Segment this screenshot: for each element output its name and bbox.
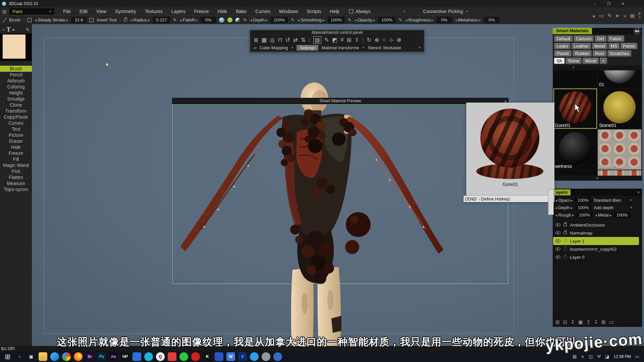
tool-item[interactable]: Airbrush [0, 78, 32, 84]
layer-row[interactable]: Normalmap [553, 229, 642, 237]
tray-icon[interactable]: ◪ [605, 354, 609, 359]
panel-icon[interactable]: ▦ [261, 37, 267, 44]
tray-icon[interactable]: ▤ [573, 354, 577, 359]
roughness-label[interactable]: Roughness [405, 17, 433, 22]
scroll-down-arrow[interactable]: ▼ [553, 176, 642, 181]
layer-row[interactable]: boomerrrrrrrrrr_copy002 [553, 245, 642, 253]
app-toolbar-icon[interactable]: ✎ [607, 13, 612, 19]
menu-item[interactable]: File [59, 9, 75, 14]
chevron-down-icon[interactable]: ▼ [362, 46, 365, 49]
taskbar-app-icon[interactable] [215, 352, 223, 361]
pen-pressure-icon[interactable]: ✎ [291, 17, 294, 22]
panel-icon[interactable]: | [362, 37, 364, 43]
taskbar-app-icon[interactable] [191, 352, 200, 361]
panel-icon[interactable]: ↻ [367, 37, 371, 44]
lock-icon[interactable] [564, 256, 567, 258]
panel-icon[interactable]: ○ [382, 37, 386, 43]
category-tab[interactable]: SK [554, 58, 565, 64]
falloff-value[interactable]: 0% [201, 17, 216, 23]
tool-item[interactable]: Fill [0, 156, 32, 162]
layer-depth-value[interactable]: 100% [575, 205, 592, 210]
lock-icon[interactable] [124, 19, 127, 21]
settings-button[interactable]: Settings [297, 45, 318, 51]
steady-stroke-value[interactable]: 32.6 [71, 17, 87, 23]
material-thumbnail[interactable] [553, 170, 597, 176]
taskbar-app-icon[interactable]: Q [156, 352, 165, 361]
layer-depth-label[interactable]: Depth [555, 205, 573, 210]
tool-item[interactable]: Transform [0, 108, 32, 114]
opacity-label[interactable]: Opacity [355, 17, 375, 22]
menu-item[interactable]: Bake [231, 9, 251, 14]
taskbar-app-icon[interactable]: ⊞ [3, 352, 12, 361]
panel-icon[interactable]: ⊞ [346, 37, 351, 44]
app-toolbar-icon[interactable]: ▭ [599, 13, 604, 19]
panel-icon[interactable]: ↺ [285, 37, 290, 44]
category-tab[interactable]: Metal [592, 43, 607, 49]
minimize-button[interactable]: – [588, 0, 602, 7]
tool-item[interactable]: Brush [0, 66, 32, 72]
taskbar-app-icon[interactable] [273, 352, 282, 361]
smart-materials-tab[interactable]: Smart Materials [553, 28, 592, 34]
radius-value[interactable]: 0.227 [153, 17, 170, 23]
tool-item[interactable]: Picture [0, 132, 32, 138]
taskbar-app-icon[interactable]: ▣ [27, 352, 36, 361]
taskbar-clock[interactable]: 12:38 PM [613, 354, 631, 359]
smoothing-label[interactable]: Smoothing [298, 17, 324, 22]
tool-item[interactable]: Freeze [0, 150, 32, 156]
panel-icon[interactable]: ▨ [313, 36, 321, 44]
material-thumbnail[interactable] [553, 70, 597, 88]
taskbar-app-icon[interactable] [168, 352, 176, 361]
taskbar-app-icon[interactable] [262, 352, 270, 361]
menu-item[interactable]: Curves [251, 9, 274, 14]
layer-tool-icon[interactable]: ⊠ [601, 319, 606, 325]
app-toolbar-icon[interactable]: ➤ [615, 13, 620, 19]
menu-item[interactable]: Freeze [190, 9, 213, 14]
lock-icon[interactable] [564, 240, 567, 242]
layer-row[interactable]: AmbientOcclusion [553, 221, 642, 229]
color-swatch-icon[interactable] [227, 17, 232, 22]
panel-icon[interactable]: | [309, 37, 310, 43]
lock-icon[interactable] [564, 248, 567, 250]
radius-label[interactable]: Radius [130, 17, 150, 22]
brush-tip-icon[interactable] [235, 18, 240, 22]
taskbar-app-icon[interactable]: Ae [109, 352, 118, 361]
layer-tool-icon[interactable]: ▭ [609, 319, 614, 325]
taskbar-app-icon[interactable]: W [226, 352, 235, 361]
tool-item[interactable]: Pick [0, 168, 32, 174]
panel-icon[interactable]: ⇪ [355, 37, 359, 44]
menu-item[interactable]: Layers [167, 9, 190, 14]
layer-tool-icon[interactable]: ⊟ [563, 319, 568, 325]
tool-item[interactable]: Flatten [0, 174, 32, 180]
material-thumbnail[interactable]: Zombie-01 [598, 129, 641, 170]
category-tab[interactable]: Wood [583, 58, 599, 64]
material-thumbnail[interactable]: Stone01 [598, 88, 641, 129]
visibility-eye-icon[interactable] [555, 247, 560, 251]
taskbar-app-icon[interactable] [50, 352, 59, 361]
taskbar-app-icon[interactable] [132, 352, 141, 361]
chevron-down-icon[interactable]: ▼ [291, 46, 294, 49]
visibility-eye-icon[interactable] [555, 231, 560, 235]
pen-pressure-icon[interactable]: ✎ [243, 17, 247, 22]
taskbar-app-icon[interactable]: ○ [15, 352, 24, 361]
taskbar-app-icon[interactable]: V [238, 352, 247, 361]
layer-rough-value[interactable]: 100% [576, 212, 593, 218]
taskbar-app-icon[interactable]: K [203, 352, 212, 361]
p-help-icons[interactable]: P? [638, 12, 641, 19]
taskbar-app-icon[interactable] [179, 352, 188, 361]
notification-icon[interactable]: ▭ [635, 354, 639, 359]
menu-item[interactable]: Scripts [302, 9, 325, 14]
depth-value[interactable]: 100% [271, 17, 288, 23]
layer-tool-icon[interactable]: ⊞ [555, 319, 560, 325]
menu-item[interactable]: Edit [75, 9, 92, 14]
category-tab[interactable]: Stone [566, 58, 582, 64]
tray-icon[interactable]: Ψ [597, 354, 601, 359]
sphere-preview-icon[interactable] [219, 17, 224, 23]
layer-tool-icon[interactable]: ▣ [578, 319, 583, 325]
room-selector[interactable]: Paint ▼ [10, 8, 54, 14]
chevron-left-icon[interactable]: ▼ [2, 28, 5, 31]
panel-icon[interactable]: ≣ [254, 37, 258, 44]
chevron-down-icon[interactable]: ▼ [418, 46, 421, 49]
close-button[interactable]: ✕ [616, 0, 630, 7]
taskbar-app-icon[interactable]: HP [121, 352, 129, 361]
menu-item[interactable]: View [92, 9, 111, 14]
